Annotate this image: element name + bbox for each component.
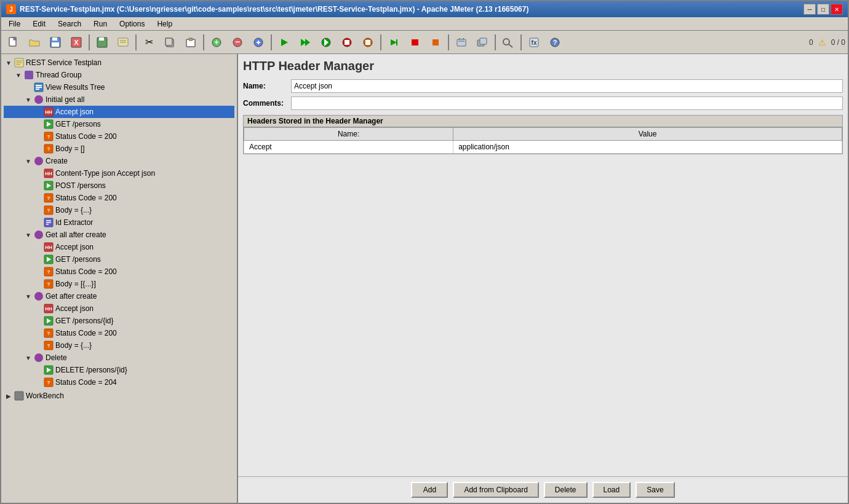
start-button[interactable]: [274, 33, 294, 52]
clear-all-button[interactable]: [472, 33, 492, 52]
browse-button[interactable]: [498, 33, 518, 52]
save-button[interactable]: [46, 33, 65, 52]
tree-node-body-obj-1[interactable]: ? Body = {...}: [4, 204, 234, 216]
menu-edit[interactable]: Edit: [28, 18, 50, 30]
menu-file[interactable]: File: [4, 18, 25, 30]
expand-button[interactable]: +: [207, 33, 226, 52]
tree-node-accept-json-3[interactable]: HH Accept json: [4, 302, 234, 315]
svg-text:+: +: [214, 38, 218, 47]
tree-node-body-array-2[interactable]: ? Body = [{...}]: [4, 278, 234, 290]
load-button[interactable]: Load: [592, 482, 631, 498]
tree-node-workbench[interactable]: ▶ WorkBench: [4, 390, 234, 402]
add-button[interactable]: Add: [411, 482, 448, 498]
tree-node-get-persons-1[interactable]: GET /persons: [4, 118, 234, 130]
tree-node-get-all-after-create[interactable]: ▼ Get all after create: [4, 229, 234, 241]
close-button[interactable]: ✕: [831, 4, 843, 15]
tree-node-content-type[interactable]: HH Content-Type json Accept json: [4, 167, 234, 179]
tree-node-body-obj-2[interactable]: ? Body = {...}: [4, 339, 234, 352]
tree-node-post-persons[interactable]: POST /persons: [4, 179, 234, 192]
shutdown-button[interactable]: [358, 33, 378, 52]
header-icon-1: HH: [43, 106, 54, 117]
expand-icon-thread[interactable]: ▼: [14, 72, 23, 79]
svg-text:?: ?: [47, 380, 50, 385]
tree-node-status-200-1[interactable]: ? Status Code = 200: [4, 130, 234, 143]
body-obj-1-label: Body = {...}: [55, 206, 92, 215]
tree-node-status-200-3[interactable]: ? Status Code = 200: [4, 266, 234, 278]
comments-input[interactable]: [291, 96, 843, 110]
tree-node-status-200-4[interactable]: ? Status Code = 200: [4, 327, 234, 339]
tree-node-get-persons-2[interactable]: GET /persons: [4, 253, 234, 266]
tree-node-initial-get-all[interactable]: ▼ Initial get all: [4, 93, 234, 106]
comments-label: Comments:: [243, 99, 286, 108]
tree-node-status-204[interactable]: ? Status Code = 204: [4, 376, 234, 388]
tree-node-delete[interactable]: ▼ Delete: [4, 352, 234, 364]
menu-search[interactable]: Search: [53, 18, 86, 30]
body-obj-2-label: Body = {...}: [55, 341, 92, 350]
validate-button[interactable]: [316, 33, 336, 52]
tree-node-status-200-2[interactable]: ? Status Code = 200: [4, 192, 234, 204]
sampler-icon-1: [43, 119, 54, 130]
expand-icon-workbench[interactable]: ▶: [4, 393, 14, 400]
body-array-2-label: Body = [{...}]: [55, 280, 96, 288]
start-no-pause-button[interactable]: [295, 33, 315, 52]
tree-node-body-array-1[interactable]: ? Body = []: [4, 143, 234, 155]
expand-icon-initial[interactable]: ▼: [23, 96, 33, 103]
expand-icon-get-after[interactable]: ▼: [23, 293, 33, 300]
expand-icon-delete[interactable]: ▼: [23, 355, 33, 361]
svg-rect-29: [365, 40, 370, 45]
tree-node-rest-service-testplan[interactable]: ▼ REST Service Testplan: [4, 57, 234, 69]
toggle-button[interactable]: [249, 33, 268, 52]
tree-node-id-extractor[interactable]: Id Extractor: [4, 216, 234, 229]
tree-node-accept-json-1[interactable]: HH Accept json: [4, 106, 234, 118]
tree-node-delete-persons[interactable]: DELETE /persons/{id}: [4, 364, 234, 376]
menu-help[interactable]: Help: [152, 18, 177, 30]
templates-button[interactable]: [113, 33, 133, 52]
open-button[interactable]: [25, 33, 44, 52]
toolbar: X ✂ + −: [1, 31, 848, 54]
header-icon-3: HH: [43, 242, 54, 253]
menu-options[interactable]: Options: [114, 18, 149, 30]
paste-button[interactable]: [181, 33, 201, 52]
stop-button[interactable]: [337, 33, 357, 52]
function-helper-button[interactable]: fx: [524, 33, 544, 52]
error-ratio: 0 / 0: [831, 38, 845, 47]
name-input[interactable]: [291, 79, 843, 93]
remote-start-button[interactable]: [384, 33, 404, 52]
save-panel-button[interactable]: Save: [636, 482, 674, 498]
header-name-cell[interactable]: Accept: [244, 141, 453, 154]
expand-icon-testplan[interactable]: ▼: [4, 60, 14, 66]
remote-shutdown-button[interactable]: [426, 33, 445, 52]
collapse-button[interactable]: −: [228, 33, 247, 52]
tree-node-get-persons-id[interactable]: GET /persons/{id}: [4, 315, 234, 327]
minimize-button[interactable]: ─: [803, 4, 816, 15]
tree-node-create[interactable]: ▼ Create: [4, 155, 234, 167]
sampler-icon-3: [43, 254, 54, 265]
svg-line-42: [509, 44, 512, 47]
copy-button[interactable]: [160, 33, 180, 52]
svg-rect-52: [36, 85, 42, 86]
tree-node-get-after-create[interactable]: ▼ Get after create: [4, 290, 234, 302]
header-icon-4: HH: [43, 303, 54, 314]
results-icon: [33, 82, 44, 93]
header-value-cell[interactable]: application/json: [453, 141, 842, 154]
revert-button[interactable]: X: [66, 33, 86, 52]
maximize-button[interactable]: □: [817, 4, 829, 15]
clear-button[interactable]: [452, 33, 471, 52]
expand-icon-create[interactable]: ▼: [23, 158, 33, 165]
new-button[interactable]: [4, 33, 23, 52]
expand-icon-get-all[interactable]: ▼: [23, 232, 33, 238]
cut-button[interactable]: ✂: [139, 33, 159, 52]
tree-node-thread-group[interactable]: ▼ Thread Group: [4, 69, 234, 81]
delete-button[interactable]: Delete: [544, 482, 588, 498]
tree-node-view-results[interactable]: View Results Tree: [4, 81, 234, 93]
menu-run[interactable]: Run: [89, 18, 112, 30]
tree-node-accept-json-2[interactable]: HH Accept json: [4, 241, 234, 253]
help-button[interactable]: ?: [545, 33, 565, 52]
remote-stop-button[interactable]: [405, 33, 424, 52]
results-label: View Results Tree: [46, 83, 105, 92]
add-clipboard-button[interactable]: Add from Clipboard: [453, 482, 538, 498]
panel-title: HTTP Header Manager: [243, 59, 843, 73]
body-array-1-label: Body = []: [55, 144, 85, 153]
thread-group-icon: [23, 69, 34, 81]
save-as-button[interactable]: [92, 33, 112, 52]
